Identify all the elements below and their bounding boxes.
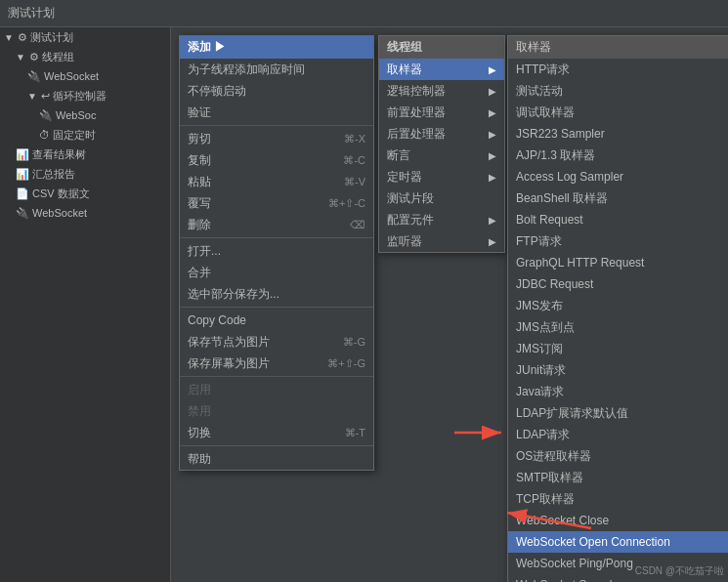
app-title: 测试计划 (8, 5, 55, 21)
menu-item-ws-open[interactable]: WebSocket Open Connection (508, 531, 728, 553)
tree-label: 📊 汇总报告 (16, 167, 75, 182)
tree-item-websoc[interactable]: 🔌 WebSoc (0, 105, 170, 125)
tree-item-fixed-timer[interactable]: ⏱ 固定定时 (0, 125, 170, 145)
menu-item-graphql[interactable]: GraphQL HTTP Request (508, 252, 728, 273)
menu-item-java[interactable]: Java请求 (508, 381, 728, 402)
tree-label: ↩ 循环控制器 (41, 89, 107, 104)
menu-item-copy-code[interactable]: Copy Code (180, 310, 373, 331)
menu-item-junit[interactable]: JUnit请求 (508, 359, 728, 381)
tree-item-result-tree[interactable]: 📊 查看结果树 (0, 145, 170, 164)
menu-item-sampler[interactable]: 取样器▶ (379, 59, 504, 80)
menu-item-add-response-time[interactable]: 为子线程添加响应时间 (180, 59, 373, 80)
menu-item-jms-p2p[interactable]: JMS点到点 (508, 316, 728, 338)
menu-item-paste[interactable]: 粘贴⌘-V (180, 171, 373, 192)
menu-item-cut[interactable]: 剪切⌘-X (180, 128, 373, 149)
menu-item-ftp[interactable]: FTP请求 (508, 230, 728, 252)
menu-item-disable: 禁用 (180, 400, 373, 422)
top-bar: 测试计划 (0, 0, 728, 27)
tree-label: ⏱ 固定定时 (39, 128, 96, 143)
menu-item-timer[interactable]: 定时器▶ (379, 166, 504, 187)
menu-item-ldap-ext[interactable]: LDAP扩展请求默认值 (508, 402, 728, 424)
menu-item-assertion[interactable]: 断言▶ (379, 145, 504, 166)
menu-item-http-request[interactable]: HTTP请求 (508, 59, 728, 80)
tree-item-websocket2[interactable]: 🔌 WebSocket (0, 203, 170, 223)
menu-item-ldap[interactable]: LDAP请求 (508, 424, 728, 445)
tree-label: 🔌 WebSocket (16, 207, 87, 220)
tree-item-csv[interactable]: 📄 CSV 数据文 (0, 184, 170, 203)
tree-item-websocket1[interactable]: 🔌 WebSocket (0, 66, 170, 86)
collapse-icon: ▼ (16, 52, 25, 62)
context-menu-l4: 取样器 HTTP请求 测试活动 调试取样器 JSR223 Sampler AJP… (507, 35, 728, 582)
menu-item-test-action[interactable]: 测试活动 (508, 80, 728, 102)
menu-item-jms-sub[interactable]: JMS订阅 (508, 338, 728, 359)
menu-item-ws-close[interactable]: WebSocket Close (508, 510, 728, 531)
watermark: CSDN @不吃茄子啦 (635, 564, 724, 578)
menu-item-jsr223[interactable]: JSR223 Sampler (508, 123, 728, 145)
collapse-icon: ▼ (27, 91, 37, 102)
divider-2 (180, 237, 373, 238)
tree-item-loop-ctrl[interactable]: ▼ ↩ 循环控制器 (0, 86, 170, 105)
menu-item-overwrite[interactable]: 覆写⌘+⇧-C (180, 192, 373, 214)
menu-item-merge[interactable]: 合并 (180, 262, 373, 283)
menu-item-os-process[interactable]: OS进程取样器 (508, 445, 728, 467)
tree-panel: ▼ ⚙ 测试计划 ▼ ⚙ 线程组 🔌 WebSocket ▼ ↩ 循环控制器 🔌… (0, 27, 171, 582)
menu-item-help[interactable]: 帮助 (180, 448, 373, 470)
divider-5 (180, 445, 373, 446)
divider-4 (180, 376, 373, 377)
menu-item-ajp[interactable]: AJP/1.3 取样器 (508, 145, 728, 166)
menu-item-post-processor[interactable]: 后置处理器▶ (379, 123, 504, 145)
menu-item-jms-pub[interactable]: JMS发布 (508, 295, 728, 316)
menu-item-debug-sampler[interactable]: 调试取样器 (508, 102, 728, 123)
menu-l2-header: 线程组 (379, 36, 504, 59)
tree-item-summary[interactable]: 📊 汇总报告 (0, 164, 170, 184)
tree-label: 📊 查看结果树 (16, 147, 86, 162)
tree-label: 🔌 WebSoc (39, 109, 96, 122)
menu-item-smtp[interactable]: SMTP取样器 (508, 467, 728, 488)
menu-item-enable: 启用 (180, 379, 373, 400)
menu-item-logic-ctrl[interactable]: 逻辑控制器▶ (379, 80, 504, 102)
menu-item-beanshell[interactable]: BeanShell 取样器 (508, 187, 728, 209)
divider-1 (180, 125, 373, 126)
menu-item-bolt[interactable]: Bolt Request (508, 209, 728, 230)
menu-item-tcp[interactable]: TCP取样器 (508, 488, 728, 510)
divider-3 (180, 307, 373, 308)
tree-item-test-plan[interactable]: ▼ ⚙ 测试计划 (0, 27, 170, 47)
menu-item-save-selected[interactable]: 选中部分保存为... (180, 283, 373, 305)
content-area: 停止测 Ramp-U 循环次数 Sam 延迟 调度 持续时间 启动延迟 添加 ▶… (171, 27, 728, 582)
tree-label: ⚙ 测试计划 (18, 30, 73, 45)
menu-item-delete[interactable]: 删除⌫ (180, 214, 373, 235)
menu-item-test-fragment[interactable]: 测试片段 (379, 187, 504, 209)
menu-item-toggle[interactable]: 切换⌘-T (180, 422, 373, 443)
context-menu-l1: 添加 ▶ 为子线程添加响应时间 不停顿启动 验证 剪切⌘-X 复制⌘-C 粘贴⌘… (179, 35, 374, 471)
menu-l4-header: 取样器 (508, 36, 728, 59)
context-menu-l2: 线程组 取样器▶ 逻辑控制器▶ 前置处理器▶ 后置处理器▶ 断言▶ 定时器▶ 测… (378, 35, 505, 253)
collapse-icon: ▼ (4, 32, 14, 43)
menu-item-open[interactable]: 打开... (180, 240, 373, 262)
menu-item-copy[interactable]: 复制⌘-C (180, 149, 373, 171)
tree-item-thread-group[interactable]: ▼ ⚙ 线程组 (0, 47, 170, 66)
tree-label: 🔌 WebSocket (27, 70, 99, 83)
menu-item-jdbc[interactable]: JDBC Request (508, 273, 728, 295)
menu-l1-header: 添加 ▶ (180, 36, 373, 59)
tree-label: 📄 CSV 数据文 (16, 187, 90, 201)
menu-item-validate[interactable]: 验证 (180, 102, 373, 123)
tree-label: ⚙ 线程组 (29, 50, 74, 64)
menu-item-save-node-img[interactable]: 保存节点为图片⌘-G (180, 331, 373, 353)
menu-item-no-pause[interactable]: 不停顿启动 (180, 80, 373, 102)
menu-item-config-elem[interactable]: 配置元件▶ (379, 209, 504, 230)
menu-item-pre-processor[interactable]: 前置处理器▶ (379, 102, 504, 123)
menu-item-save-screen-img[interactable]: 保存屏幕为图片⌘+⇧-G (180, 353, 373, 374)
menu-item-listener[interactable]: 监听器▶ (379, 230, 504, 252)
menu-item-access-log[interactable]: Access Log Sampler (508, 166, 728, 187)
